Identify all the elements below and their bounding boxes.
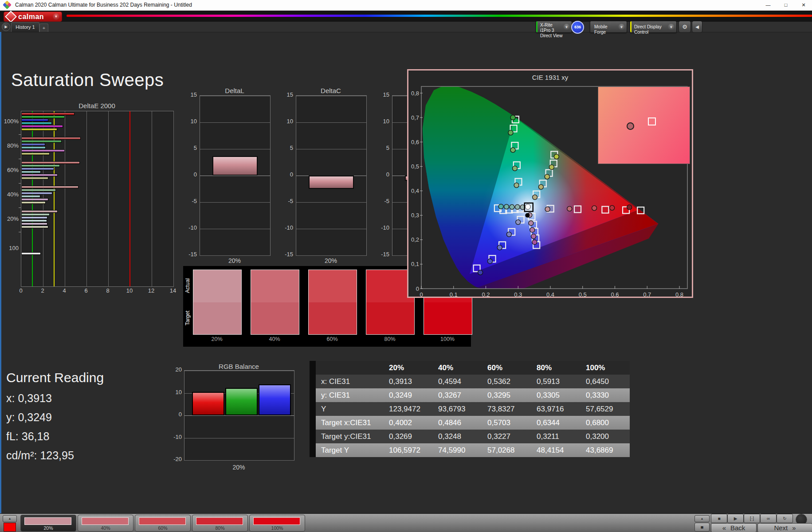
measured-circle-marker	[506, 232, 511, 237]
meter-dropdown[interactable]: X-Rite i1Pro 3Direct View ▼	[536, 21, 572, 33]
reference-line	[129, 111, 130, 286]
group-label: 40%	[0, 191, 19, 198]
table-row: Y123,947293,679373,832763,971657,6529	[310, 402, 631, 416]
measured-circle-marker	[508, 130, 513, 135]
patch-button-80%[interactable]: 80%	[192, 515, 248, 532]
settings-gear-button[interactable]: ⚙	[679, 21, 691, 33]
target-swatch	[309, 302, 357, 334]
gridline	[296, 122, 366, 123]
meter-count-badge[interactable]: 636	[571, 21, 584, 34]
source-dropdown[interactable]: Mobile Forge ▼	[590, 21, 627, 33]
play-icon: ▶	[734, 516, 737, 521]
infinity-button[interactable]: ∞	[760, 514, 777, 523]
marker-button[interactable]: [·]	[744, 514, 760, 523]
cell-value: 0,3227	[482, 430, 531, 443]
y-tick-label: 0	[277, 171, 293, 178]
infinity-icon: ∞	[767, 516, 770, 521]
deltae-bar	[21, 137, 81, 140]
y-tick-label: -5	[277, 198, 293, 204]
patch-button-100%[interactable]: 100%	[249, 515, 305, 532]
svg-text:0,5: 0,5	[579, 291, 587, 297]
gridline	[184, 371, 294, 371]
tab-scroll-button[interactable]: ▶	[2, 23, 10, 31]
y-tick-label: -10	[277, 224, 293, 231]
measured-circle-marker	[538, 184, 543, 189]
deltae-bar	[21, 213, 50, 216]
cell-value: 0,6800	[581, 416, 630, 430]
svg-text:0,5: 0,5	[411, 163, 419, 170]
actual-swatch	[251, 270, 299, 302]
svg-text:0,1: 0,1	[450, 291, 458, 297]
x-axis-label: 20%	[296, 257, 366, 264]
play-button[interactable]: ▶	[727, 514, 744, 523]
measured-circle-marker	[529, 221, 533, 226]
measurement-table: 20%40%60%80%100%x: CIE310,39130,45940,53…	[310, 361, 631, 458]
previous-reading-dot	[525, 213, 530, 218]
gridline	[200, 122, 270, 123]
patch-button-40%[interactable]: 40%	[78, 515, 133, 532]
cell-value: 63,9716	[531, 402, 581, 416]
gridline	[296, 202, 366, 203]
group-label: 100%	[0, 118, 19, 125]
y-tick-label: 5	[181, 145, 197, 151]
gridline	[173, 111, 174, 286]
axis-tick	[19, 159, 21, 159]
y-tick-label: 0	[181, 171, 197, 178]
close-button[interactable]: ✕	[795, 0, 812, 10]
y-tick-label: -15	[181, 251, 197, 258]
target-swatch	[366, 302, 414, 334]
deltae-bar	[21, 198, 48, 201]
calman-menu-button[interactable]: calman ▼	[4, 12, 62, 22]
gridline	[184, 438, 294, 438]
chevron-left-icon: «	[722, 524, 726, 532]
deltae-bar	[21, 119, 48, 121]
stop-button[interactable]: ■	[711, 514, 727, 523]
deltae-bar	[21, 219, 47, 222]
row-stub	[310, 375, 316, 388]
measured-circle-marker	[478, 270, 483, 275]
deltae-bar	[21, 223, 47, 225]
y-tick-label: 15	[181, 91, 197, 98]
minimize-button[interactable]: —	[760, 0, 777, 10]
display-control-dropdown[interactable]: Direct Display Control ▼	[630, 21, 677, 33]
deltae-bar	[21, 146, 46, 149]
next-label: Next	[774, 524, 788, 532]
patch-button-60%[interactable]: 60%	[135, 515, 191, 532]
stop-patch-button[interactable]: ■	[694, 523, 710, 532]
refresh-button[interactable]: ↻	[777, 514, 793, 523]
patch-swatch	[253, 517, 300, 525]
maximize-button[interactable]: □	[777, 0, 794, 10]
chevron-down-icon[interactable]: ▼	[563, 23, 570, 30]
next-button[interactable]: Next »	[757, 523, 812, 532]
collapse-panel-button[interactable]: ◀	[692, 21, 702, 33]
expand-transport-button[interactable]: ▲	[694, 515, 710, 522]
actual-swatch	[309, 270, 357, 302]
patch-swatch	[139, 517, 186, 525]
gridline	[296, 149, 366, 149]
table-row: Target y:CIE310,32690,32480,32270,32110,…	[310, 430, 631, 443]
patch-swatch	[196, 517, 243, 525]
patch-button-20%[interactable]: 20%	[20, 515, 76, 532]
deltae-bar	[21, 186, 78, 188]
gridline	[200, 149, 270, 149]
add-tab-button[interactable]: +	[39, 23, 48, 32]
actual-row-label: Actual	[184, 270, 191, 302]
chevron-down-icon[interactable]: ▼	[668, 23, 675, 30]
y-tick-label: -15	[373, 251, 389, 258]
stop-icon: ■	[718, 516, 720, 521]
back-button[interactable]: « Back	[711, 523, 757, 532]
chevron-down-icon[interactable]: ▼	[618, 23, 625, 30]
y-tick-label: 10	[277, 118, 293, 125]
tab-history-1[interactable]: History 1	[11, 22, 39, 32]
current-reading-fl: fL: 36,18	[6, 430, 49, 443]
row-stub	[310, 361, 316, 375]
cell-value: 0,3269	[384, 430, 433, 443]
svg-text:0,1: 0,1	[411, 261, 419, 267]
chevron-down-icon[interactable]: ▼	[53, 13, 59, 20]
expand-patches-button[interactable]: ▲	[3, 515, 17, 522]
deltae-bar	[21, 113, 75, 115]
x-tick-label: 14	[168, 287, 178, 294]
blue-balance-bar	[259, 384, 291, 415]
measured-circle-marker	[515, 204, 520, 209]
row-label: Target x:CIE31	[316, 416, 384, 430]
